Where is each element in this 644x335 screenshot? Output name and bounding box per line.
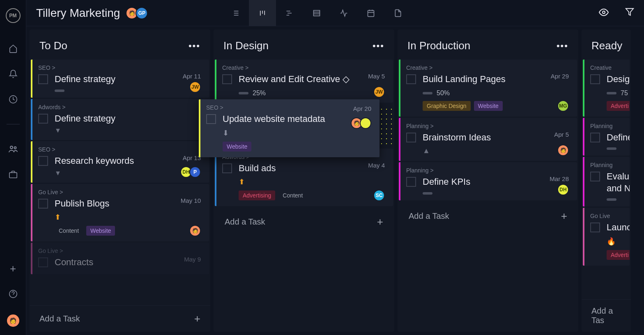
visibility-icon[interactable] xyxy=(599,7,609,19)
help-icon[interactable] xyxy=(8,289,18,299)
tag[interactable]: Content xyxy=(278,190,307,200)
calendar-view-icon[interactable] xyxy=(357,0,384,26)
task-checkbox[interactable] xyxy=(222,74,232,84)
chevron-down-icon[interactable]: ▼ xyxy=(55,170,201,177)
team-icon[interactable] xyxy=(8,144,18,154)
task-checkbox[interactable] xyxy=(406,133,416,142)
task-checkbox[interactable] xyxy=(38,199,48,209)
avatar[interactable]: 🧑 xyxy=(189,225,201,236)
tag[interactable]: Adverti xyxy=(607,101,630,111)
card-date: Apr 13 xyxy=(183,154,201,161)
chevron-down-icon[interactable]: ▼ xyxy=(55,127,201,134)
briefcase-icon[interactable] xyxy=(8,170,18,179)
tag[interactable]: Website xyxy=(223,142,251,151)
home-icon[interactable] xyxy=(8,44,18,53)
add-icon[interactable]: + xyxy=(8,264,18,273)
column-menu-icon[interactable]: ••• xyxy=(189,41,200,51)
add-task-button[interactable]: Add a Task + xyxy=(30,305,210,332)
tag[interactable]: Content xyxy=(55,226,83,236)
tag[interactable]: Adverti xyxy=(607,250,630,260)
task-card[interactable]: Adwords > Define strategy ▼ xyxy=(31,99,209,140)
task-checkbox[interactable] xyxy=(222,163,232,173)
card-title: Build Landing Pages xyxy=(423,73,569,85)
card-date: May 5 xyxy=(368,73,385,80)
task-checkbox[interactable] xyxy=(406,177,416,187)
task-card[interactable]: Go Live > Publish Blogs ⬆ Content Websit… xyxy=(31,184,209,242)
card-date: Apr 29 xyxy=(551,73,569,80)
progress-bar xyxy=(55,89,64,92)
task-checkbox[interactable] xyxy=(590,74,600,84)
svg-rect-3 xyxy=(9,172,16,178)
gantt-view-icon[interactable] xyxy=(276,0,303,26)
avatar[interactable]: JW xyxy=(373,86,385,98)
add-task-label: Add a Task xyxy=(225,217,265,227)
add-task-button[interactable]: Add a Tas xyxy=(582,299,631,332)
card-title: Research keywords xyxy=(55,155,201,167)
avatar[interactable]: 🧑 xyxy=(557,145,569,156)
clock-icon[interactable] xyxy=(8,94,18,104)
add-task-label: Add a Task xyxy=(409,211,449,221)
task-checkbox[interactable] xyxy=(406,74,416,84)
task-checkbox[interactable] xyxy=(38,74,48,84)
card-title: Launch xyxy=(607,222,630,234)
add-task-button[interactable]: Add a Task + xyxy=(399,202,577,231)
task-card[interactable]: Planning Evalua and N xyxy=(583,157,630,207)
tag[interactable]: Website xyxy=(86,226,115,236)
tag[interactable]: Advertising xyxy=(239,190,275,200)
plus-icon: + xyxy=(561,210,567,223)
card-category: Planning > xyxy=(406,167,569,174)
add-task-button[interactable]: Add a Task + xyxy=(215,207,393,236)
activity-view-icon[interactable] xyxy=(330,0,357,26)
user-avatar[interactable]: 🧑 xyxy=(7,314,19,327)
task-checkbox[interactable] xyxy=(590,223,600,232)
dragging-task-card[interactable]: SEO > Update website metadata ⬇ Website … xyxy=(199,99,380,157)
task-checkbox[interactable] xyxy=(590,133,600,142)
filter-icon[interactable] xyxy=(625,7,634,19)
avatar[interactable]: JW xyxy=(189,81,201,93)
task-checkbox[interactable] xyxy=(38,156,48,166)
task-checkbox[interactable] xyxy=(38,114,48,124)
app-logo[interactable]: PM xyxy=(6,8,21,23)
task-card[interactable]: SEO > Define strategy Apr 11 JW xyxy=(31,60,209,98)
tag[interactable]: Graphic Design xyxy=(423,101,471,111)
tag[interactable]: Website xyxy=(474,101,503,111)
column-menu-icon[interactable]: ••• xyxy=(373,41,384,51)
list-view-icon[interactable] xyxy=(222,0,249,26)
avatar[interactable]: DH xyxy=(557,184,569,195)
table-view-icon[interactable] xyxy=(303,0,330,26)
avatar[interactable]: MG xyxy=(557,100,569,112)
task-card[interactable]: Adwords > Build ads ⬆ Advertising Conten… xyxy=(215,149,393,207)
board-view-icon[interactable] xyxy=(249,0,276,26)
task-card[interactable]: SEO > Research keywords ▼ Apr 13 DH P xyxy=(31,141,209,183)
column-in-production: In Production ••• Creative > Build Landi… xyxy=(398,30,578,332)
task-checkbox[interactable] xyxy=(38,257,48,267)
task-card[interactable]: Creative > Review and Edit Creative ◇ 25… xyxy=(215,60,393,103)
card-category: SEO > xyxy=(38,64,201,71)
card-date: Apr 11 xyxy=(183,73,201,80)
notifications-icon[interactable] xyxy=(8,69,18,79)
priority-fire-icon: 🔥 xyxy=(607,237,630,246)
task-checkbox[interactable] xyxy=(206,114,216,124)
task-card[interactable]: Go Live Launch 🔥 Adverti xyxy=(583,208,630,266)
card-category: SEO > xyxy=(206,104,371,111)
task-card[interactable]: Planning > Brainstorm Ideas ▲ Apr 5 🧑 xyxy=(399,118,577,161)
avatar[interactable] xyxy=(360,117,371,129)
task-card[interactable]: Planning Define xyxy=(583,118,630,156)
card-category: Planning > xyxy=(406,123,569,129)
task-card[interactable]: Creative > Build Landing Pages 50% Graph… xyxy=(399,60,577,117)
task-checkbox[interactable] xyxy=(590,172,600,181)
task-card[interactable]: Planning > Define KPIs Mar 28 DH xyxy=(399,162,577,200)
avatar[interactable]: P xyxy=(189,166,201,178)
task-card[interactable]: Creative Desig 75 Adverti xyxy=(583,60,630,117)
svg-rect-17 xyxy=(314,10,320,16)
card-date: May 9 xyxy=(184,256,201,263)
task-card[interactable]: Go Live > Contracts May 9 xyxy=(31,243,209,274)
files-view-icon[interactable] xyxy=(384,0,412,26)
card-category: Planning xyxy=(590,162,621,168)
team-avatars[interactable]: 🧑 GP xyxy=(128,7,148,19)
column-menu-icon[interactable]: ••• xyxy=(557,41,568,51)
plus-icon: + xyxy=(194,312,200,325)
card-title: Evalua and N xyxy=(607,171,630,194)
avatar[interactable]: SC xyxy=(373,190,385,201)
avatar[interactable]: GP xyxy=(136,7,148,19)
